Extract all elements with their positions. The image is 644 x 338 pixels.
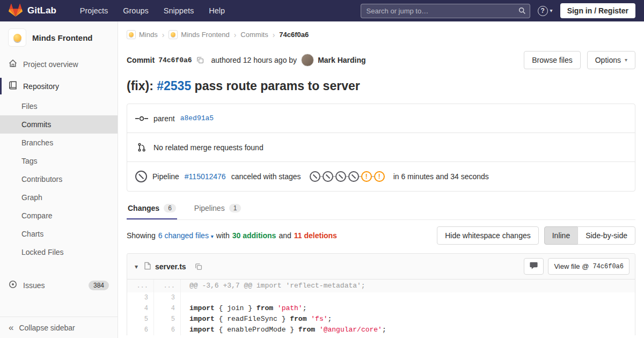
author-avatar[interactable]: [301, 54, 314, 67]
view-file-sha: 74c6f0a6: [592, 263, 624, 270]
diff-line-row: 5 5 import { readFileSync } from 'fs';: [127, 314, 635, 325]
sidebar-item-issues[interactable]: Issues 384: [0, 274, 118, 296]
sidebar-item-contributors[interactable]: Contributors: [0, 170, 118, 188]
collapse-sidebar-button[interactable]: « Collapse sidebar: [0, 317, 118, 338]
sidebar-item-files[interactable]: Files: [0, 97, 118, 115]
diff-line-row: 6 6 import { enableProdMode } from '@ang…: [127, 325, 635, 335]
sidebar-item-tags[interactable]: Tags: [0, 152, 118, 170]
old-line-number[interactable]: 4: [127, 303, 154, 314]
pipeline-mini-graph: [310, 171, 385, 182]
collapse-diff-caret-icon[interactable]: ▾: [133, 262, 140, 271]
stage-canceled-icon[interactable]: [348, 171, 359, 182]
old-line-number[interactable]: 5: [127, 314, 154, 325]
view-file-label: View file @: [554, 262, 589, 270]
authored-text: authored 12 hours ago by: [211, 56, 297, 64]
sidebar-item-commits[interactable]: Commits: [0, 115, 118, 134]
issue-link[interactable]: #2535: [157, 79, 191, 93]
pipeline-id-link[interactable]: #115012476: [185, 172, 226, 181]
diff-table: ... ... @@ -3,6 +3,7 @@ import 'reflect-…: [127, 280, 635, 335]
old-line-number: ...: [127, 280, 154, 292]
search-input[interactable]: [361, 4, 530, 18]
sign-in-button[interactable]: Sign in / Register: [560, 3, 635, 18]
additions-count: 30 additions: [232, 231, 276, 240]
chevron-down-icon: ▾: [550, 8, 553, 13]
new-line-number[interactable]: 5: [154, 314, 181, 325]
breadcrumb-minds-frontend[interactable]: Minds Frontend: [169, 30, 229, 39]
showing-label: Showing: [127, 231, 156, 240]
sidebar-item-graph[interactable]: Graph: [0, 188, 118, 207]
commit-sha: 74c6f0a6: [158, 56, 192, 64]
nav-item-projects[interactable]: Projects: [80, 6, 108, 15]
sidebar-item-label: Issues: [23, 281, 45, 290]
comment-on-file-button[interactable]: [524, 258, 544, 275]
sidebar-item-label: Charts: [21, 230, 43, 238]
lightbulb-icon: [13, 34, 21, 42]
sidebar-item-label: Compare: [21, 211, 53, 220]
breadcrumb-current-sha: 74c6f0a6: [279, 31, 309, 39]
new-line-number[interactable]: 6: [154, 325, 181, 335]
pipeline-label: Pipeline: [152, 172, 179, 181]
diff-hunk-row: ... ... @@ -3,6 +3,7 @@ import 'reflect-…: [127, 280, 635, 292]
commit-info-box: parent a8ed91a5 No related merge request…: [127, 104, 635, 192]
group-avatar: [127, 30, 136, 39]
title-rest: pass route params to server: [191, 79, 360, 93]
nav-item-snippets[interactable]: Snippets: [164, 6, 194, 15]
changed-files-dropdown[interactable]: 6 changed files ▾: [158, 231, 214, 240]
gitlab-brand[interactable]: GitLab: [9, 4, 56, 18]
parent-label: parent: [153, 114, 175, 123]
inline-view-button[interactable]: Inline: [544, 226, 578, 245]
diff-line-row: 3 3: [127, 292, 635, 303]
stage-warning-icon[interactable]: [374, 171, 385, 182]
project-header[interactable]: Minds Frontend: [0, 21, 118, 53]
new-line-number[interactable]: 4: [154, 303, 181, 314]
sidebar-item-compare[interactable]: Compare: [0, 207, 118, 225]
gitlab-tanuki-icon: [9, 4, 23, 18]
nav-item-help[interactable]: Help: [209, 6, 225, 15]
project-avatar-small: [169, 30, 178, 39]
side-by-side-view-button[interactable]: Side-by-side: [577, 226, 635, 245]
tab-pipelines[interactable]: Pipelines 1: [193, 197, 243, 219]
search-icon[interactable]: [518, 7, 526, 16]
new-line-number[interactable]: 3: [154, 292, 181, 303]
browse-files-button[interactable]: Browse files: [524, 51, 580, 69]
stage-canceled-icon[interactable]: [323, 171, 333, 182]
author-name[interactable]: Mark Harding: [318, 56, 365, 64]
copy-filename-button[interactable]: [194, 262, 203, 271]
sidebar-item-project-overview[interactable]: Project overview: [0, 53, 118, 75]
breadcrumb-label: Minds: [139, 31, 158, 39]
sidebar-item-branches[interactable]: Branches: [0, 134, 118, 152]
code-line: import { enableProdMode } from '@angular…: [181, 325, 635, 335]
options-dropdown-button[interactable]: Options ▾: [587, 51, 635, 69]
file-icon: [144, 262, 151, 271]
global-search: [361, 4, 530, 18]
sidebar-item-locked-files[interactable]: Locked Files: [0, 243, 118, 261]
double-chevron-left-icon: «: [9, 323, 13, 332]
and-label: and: [279, 231, 291, 240]
copy-sha-button[interactable]: [195, 55, 205, 65]
hide-whitespace-button[interactable]: Hide whitespace changes: [437, 226, 539, 245]
breadcrumb-commits[interactable]: Commits: [240, 31, 268, 39]
commit-meta-row: Commit 74c6f0a6 authored 12 hours ago by…: [127, 51, 635, 69]
breadcrumb: Minds › Minds Frontend › Commits › 74c6f…: [127, 21, 635, 45]
sidebar-item-label: Files: [21, 102, 38, 111]
help-dropdown[interactable]: ? ▾: [538, 6, 553, 16]
view-file-button[interactable]: View file @ 74c6f0a6: [548, 258, 630, 275]
sidebar-item-label: Repository: [23, 82, 59, 91]
stage-canceled-icon[interactable]: [310, 171, 320, 182]
nav-item-groups[interactable]: Groups: [123, 6, 149, 15]
old-line-number[interactable]: 3: [127, 292, 154, 303]
stage-warning-icon[interactable]: [361, 171, 372, 182]
tab-label: Changes: [128, 204, 159, 212]
diff-filename[interactable]: server.ts: [155, 262, 186, 271]
stage-canceled-icon[interactable]: [335, 171, 346, 182]
diff-file-header: ▾ server.ts View file @ 74c6f0a6: [127, 254, 635, 280]
sidebar-item-repository[interactable]: Repository: [0, 75, 118, 97]
changes-count-badge: 6: [164, 204, 176, 212]
changed-files-label: 6 changed files: [158, 231, 209, 240]
parent-sha-link[interactable]: a8ed91a5: [180, 114, 214, 122]
old-line-number[interactable]: 6: [127, 325, 154, 335]
tab-changes[interactable]: Changes 6: [127, 197, 177, 219]
brand-wordmark: GitLab: [27, 5, 56, 16]
breadcrumb-minds[interactable]: Minds: [127, 30, 158, 39]
sidebar-item-charts[interactable]: Charts: [0, 225, 118, 243]
